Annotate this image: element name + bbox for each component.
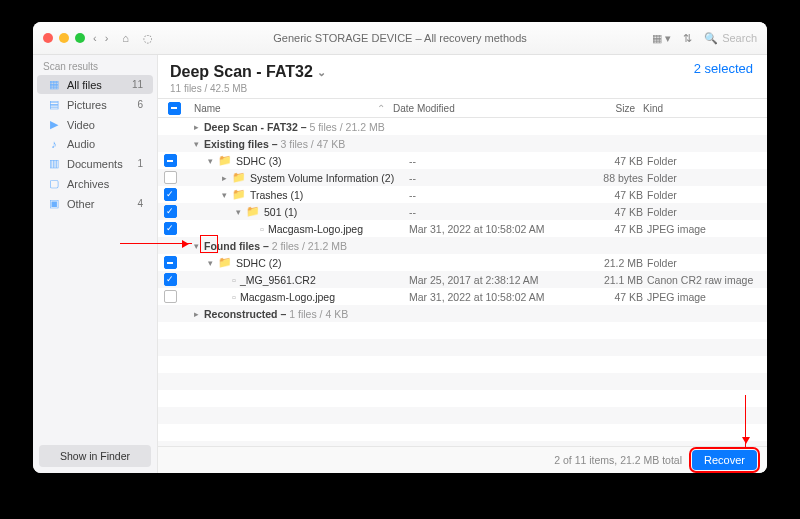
sidebar-item-label: Pictures bbox=[67, 99, 107, 111]
row-checkbox[interactable] bbox=[164, 256, 177, 269]
row-label: 501 (1) bbox=[264, 206, 297, 218]
row-checkbox[interactable]: ✓ bbox=[164, 205, 177, 218]
nav-forward-button[interactable]: › bbox=[105, 32, 109, 44]
scan-progress-icon[interactable]: ◌ bbox=[143, 32, 153, 45]
category-icon: ▢ bbox=[47, 177, 61, 190]
folder-icon: 📁 bbox=[246, 205, 260, 218]
zoom-icon[interactable] bbox=[75, 33, 85, 43]
file-row[interactable]: ✓▫_MG_9561.CR2Mar 25, 2017 at 2:38:12 AM… bbox=[158, 271, 767, 288]
minimize-icon[interactable] bbox=[59, 33, 69, 43]
row-kind: JPEG image bbox=[647, 291, 767, 303]
row-date: Mar 25, 2017 at 2:38:12 AM bbox=[409, 274, 579, 286]
sidebar-item-video[interactable]: ▶Video bbox=[37, 115, 153, 134]
disclosure-triangle-icon[interactable]: ▸ bbox=[220, 173, 228, 183]
row-size: 47 KB bbox=[579, 223, 647, 235]
show-in-finder-button[interactable]: Show in Finder bbox=[39, 445, 151, 467]
group-row[interactable]: ▸Reconstructed – 1 files / 4 KB bbox=[158, 305, 767, 322]
row-label: Macgasm-Logo.jpeg bbox=[268, 223, 363, 235]
row-kind: Folder bbox=[647, 257, 767, 269]
search-input[interactable]: Search bbox=[722, 32, 757, 44]
disclosure-triangle-icon[interactable]: ▸ bbox=[192, 122, 200, 132]
category-icon: ▦ bbox=[47, 78, 61, 91]
filter-button[interactable]: ⇅ bbox=[683, 32, 692, 45]
folder-row[interactable]: ▾📁SDHC (3)--47 KBFolder bbox=[158, 152, 767, 169]
row-size: 21.2 MB bbox=[579, 257, 647, 269]
row-kind: Folder bbox=[647, 206, 767, 218]
folder-icon: 📁 bbox=[232, 188, 246, 201]
category-icon: ▣ bbox=[47, 197, 61, 210]
row-checkbox[interactable]: ✓ bbox=[164, 222, 177, 235]
column-name[interactable]: Name⌃ bbox=[190, 103, 389, 114]
empty-row bbox=[158, 424, 767, 441]
view-mode-button[interactable]: ▦ ▾ bbox=[652, 32, 671, 45]
row-checkbox[interactable]: ✓ bbox=[164, 273, 177, 286]
empty-row bbox=[158, 356, 767, 373]
row-size: 88 bytes bbox=[579, 172, 647, 184]
sidebar-item-all-files[interactable]: ▦All files11 bbox=[37, 75, 153, 94]
sidebar-item-label: All files bbox=[67, 79, 102, 91]
disclosure-triangle-icon[interactable]: ▸ bbox=[192, 309, 200, 319]
row-label: Macgasm-Logo.jpeg bbox=[240, 291, 335, 303]
row-checkbox[interactable] bbox=[164, 171, 177, 184]
file-row[interactable]: ▫Macgasm-Logo.jpegMar 31, 2022 at 10:58:… bbox=[158, 288, 767, 305]
sidebar: Scan results ▦All files11▤Pictures6▶Vide… bbox=[33, 55, 158, 473]
sidebar-item-label: Audio bbox=[67, 138, 95, 150]
sidebar-item-other[interactable]: ▣Other4 bbox=[37, 194, 153, 213]
column-size[interactable]: Size bbox=[567, 103, 639, 114]
row-label: SDHC (2) bbox=[236, 257, 282, 269]
row-kind: Folder bbox=[647, 155, 767, 167]
file-icon: ▫ bbox=[232, 291, 236, 303]
disclosure-triangle-icon[interactable]: ▾ bbox=[192, 241, 200, 251]
row-checkbox[interactable] bbox=[164, 290, 177, 303]
empty-row bbox=[158, 390, 767, 407]
sidebar-item-label: Documents bbox=[67, 158, 123, 170]
row-checkbox[interactable] bbox=[164, 154, 177, 167]
sidebar-item-documents[interactable]: ▥Documents1 bbox=[37, 154, 153, 173]
disclosure-triangle-icon[interactable]: ▾ bbox=[192, 139, 200, 149]
row-date: -- bbox=[409, 206, 579, 218]
group-row[interactable]: ▾Found files – 2 files / 21.2 MB bbox=[158, 237, 767, 254]
row-size: 47 KB bbox=[579, 206, 647, 218]
folder-row[interactable]: ✓▾📁Trashes (1)--47 KBFolder bbox=[158, 186, 767, 203]
disclosure-triangle-icon[interactable]: ▾ bbox=[206, 156, 214, 166]
folder-row[interactable]: ✓▾📁501 (1)--47 KBFolder bbox=[158, 203, 767, 220]
category-icon: ▶ bbox=[47, 118, 61, 131]
sidebar-item-audio[interactable]: ♪Audio bbox=[37, 135, 153, 153]
chevron-down-icon: ⌄ bbox=[317, 66, 326, 79]
row-date: -- bbox=[409, 155, 579, 167]
row-checkbox[interactable]: ✓ bbox=[164, 188, 177, 201]
sidebar-item-count: 11 bbox=[132, 79, 143, 90]
sidebar-item-archives[interactable]: ▢Archives bbox=[37, 174, 153, 193]
column-kind[interactable]: Kind bbox=[639, 103, 767, 114]
sidebar-item-count: 1 bbox=[137, 158, 143, 169]
disclosure-triangle-icon[interactable]: ▾ bbox=[220, 190, 228, 200]
row-kind: Folder bbox=[647, 189, 767, 201]
disclosure-triangle-icon[interactable]: ▾ bbox=[234, 207, 242, 217]
row-kind: JPEG image bbox=[647, 223, 767, 235]
home-icon[interactable]: ⌂ bbox=[122, 32, 129, 44]
sidebar-item-pictures[interactable]: ▤Pictures6 bbox=[37, 95, 153, 114]
results-tree: ▸Deep Scan - FAT32 – 5 files / 21.2 MB▾E… bbox=[158, 118, 767, 446]
folder-icon: 📁 bbox=[218, 154, 232, 167]
folder-row[interactable]: ▾📁SDHC (2)21.2 MBFolder bbox=[158, 254, 767, 271]
row-date: -- bbox=[409, 189, 579, 201]
group-row[interactable]: ▸Deep Scan - FAT32 – 5 files / 21.2 MB bbox=[158, 118, 767, 135]
file-row[interactable]: ✓▫Macgasm-Logo.jpegMar 31, 2022 at 10:58… bbox=[158, 220, 767, 237]
row-date: -- bbox=[409, 172, 579, 184]
results-title[interactable]: Deep Scan - FAT32 ⌄ bbox=[170, 63, 755, 81]
nav-back-button[interactable]: ‹ bbox=[93, 32, 97, 44]
sidebar-header: Scan results bbox=[33, 55, 157, 74]
row-date: Mar 31, 2022 at 10:58:02 AM bbox=[409, 223, 579, 235]
row-label: SDHC (3) bbox=[236, 155, 282, 167]
recover-button[interactable]: Recover bbox=[692, 450, 757, 470]
row-kind: Folder bbox=[647, 172, 767, 184]
annotation-arrow-checkbox bbox=[120, 243, 192, 244]
selection-count: 2 selected bbox=[694, 61, 753, 76]
group-row[interactable]: ▾Existing files – 3 files / 47 KB bbox=[158, 135, 767, 152]
column-date[interactable]: Date Modified bbox=[389, 103, 567, 114]
close-icon[interactable] bbox=[43, 33, 53, 43]
disclosure-triangle-icon[interactable]: ▾ bbox=[206, 258, 214, 268]
row-size: 47 KB bbox=[579, 189, 647, 201]
select-all-checkbox[interactable] bbox=[168, 102, 181, 115]
folder-row[interactable]: ▸📁System Volume Information (2)--88 byte… bbox=[158, 169, 767, 186]
